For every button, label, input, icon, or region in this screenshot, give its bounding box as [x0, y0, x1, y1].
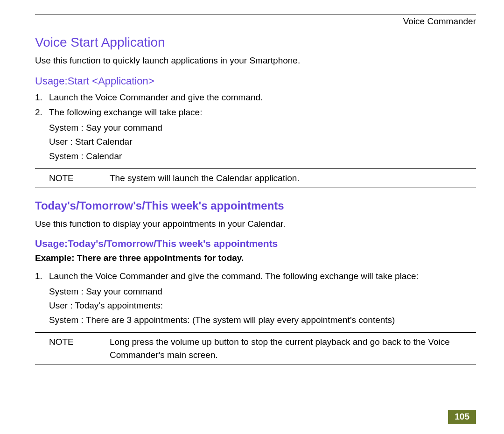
- section2-usage-heading: Usage:Today's/Tomorrow/This week's appoi…: [35, 238, 476, 249]
- section1-intro: Use this function to quickly launch appl…: [35, 55, 476, 67]
- section1-title: Voice Start Application: [35, 35, 476, 50]
- note-label: NOTE: [35, 169, 110, 188]
- exchange-line: System : Calendar: [49, 150, 476, 163]
- section1-exchange: System : Say your command User : Start C…: [35, 121, 476, 163]
- list-item: Launch the Voice Commander and give the …: [35, 270, 476, 283]
- section2-steps-list: Launch the Voice Commander and give the …: [35, 270, 476, 283]
- list-item: The following exchange will take place:: [35, 106, 476, 119]
- note-content: Long press the volume up button to stop …: [110, 333, 476, 364]
- exchange-line: User : Start Calendar: [49, 135, 476, 149]
- section2-exchange: System : Say your command User : Today's…: [35, 285, 476, 327]
- exchange-line: User : Today's appointments:: [49, 299, 476, 313]
- section2-title: Today's/Tomorrow's/This week's appointme…: [35, 199, 476, 212]
- note-content: The system will launch the Calendar appl…: [110, 169, 476, 188]
- exchange-line: System : Say your command: [49, 285, 476, 299]
- page-number: 105: [448, 410, 476, 424]
- section2-example: Example: There are three appointments fo…: [35, 253, 476, 263]
- exchange-line: System : There are 3 appointments: (The …: [49, 314, 476, 327]
- section1-note: NOTE The system will launch the Calendar…: [35, 168, 476, 188]
- header-divider: [35, 14, 476, 14]
- section1-usage-heading: Usage:Start <Application>: [35, 75, 476, 87]
- section2-intro: Use this function to display your appoin…: [35, 218, 476, 230]
- section2-note: NOTE Long press the volume up button to …: [35, 332, 476, 364]
- note-label: NOTE: [35, 333, 110, 364]
- list-item: Launch the Voice Commander and give the …: [35, 91, 476, 105]
- section1-steps-list: Launch the Voice Commander and give the …: [35, 91, 476, 119]
- exchange-line: System : Say your command: [49, 121, 476, 135]
- header-title: Voice Commander: [35, 16, 476, 27]
